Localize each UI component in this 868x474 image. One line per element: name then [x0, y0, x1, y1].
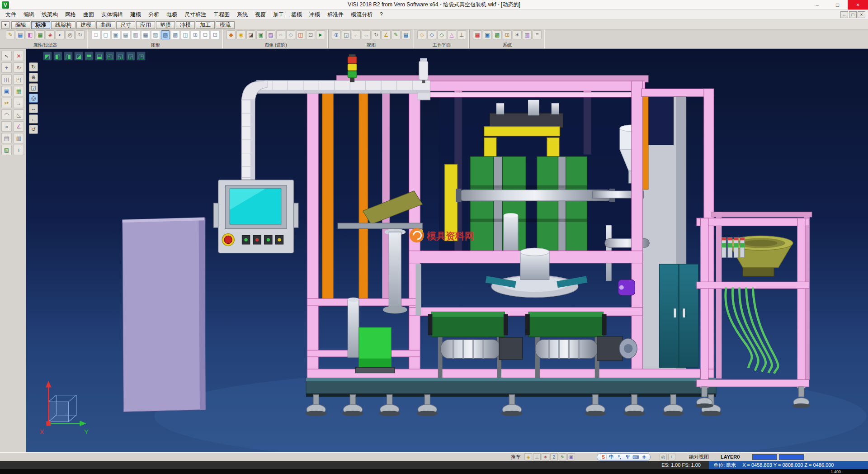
environment-icon[interactable]: ○ — [276, 30, 285, 39]
annotate-view-icon[interactable]: ✎ — [392, 30, 401, 39]
attribute-paint-icon[interactable]: ✎ — [6, 30, 15, 39]
trim-icon[interactable]: ✂ — [1, 98, 12, 108]
display-settings-icon[interactable]: ▣ — [483, 30, 492, 39]
move-icon[interactable]: + — [1, 62, 12, 73]
material-icon[interactable]: ▣ — [256, 30, 265, 39]
purple-gear-motor[interactable] — [618, 280, 635, 295]
menu-solid-edit[interactable]: 实体编辑 — [98, 10, 127, 19]
mdi-restore-button[interactable]: □ — [849, 11, 857, 18]
tab-modeling[interactable]: 建模 — [76, 21, 95, 29]
menu-file[interactable]: 文件 — [2, 10, 20, 19]
tab-moldflow[interactable]: 模流 — [216, 21, 235, 29]
menu-die[interactable]: 冲模 — [306, 10, 324, 19]
wireframe-icon[interactable]: □ — [91, 30, 100, 39]
electrical-cabinet-panel[interactable] — [123, 218, 205, 412]
texture-icon[interactable]: ▨ — [266, 30, 275, 39]
tab-dimension[interactable]: 尺寸 — [116, 21, 135, 29]
silhouette-icon[interactable]: ◫ — [181, 30, 190, 39]
soft-keyboard-icon[interactable]: ⌨ — [632, 454, 639, 460]
transparency-icon[interactable]: ◇ — [286, 30, 295, 39]
punctuation-icon[interactable]: °, — [616, 454, 623, 460]
maximize-button[interactable]: □ — [827, 0, 848, 9]
draft-display-icon[interactable]: ⊞ — [191, 30, 200, 39]
view-manager-icon[interactable]: ▤ — [401, 30, 410, 39]
database-icon[interactable]: ▥ — [523, 30, 532, 39]
menu-edit[interactable]: 编辑 — [20, 10, 38, 19]
pen-icon[interactable]: ✎ — [559, 453, 566, 460]
info-icon[interactable]: i — [14, 145, 24, 155]
chamfer-icon[interactable]: ◺ — [14, 109, 24, 120]
scale-icon[interactable]: ◰ — [14, 74, 24, 85]
measure-distance-icon[interactable]: ∠ — [382, 30, 391, 39]
mdi-minimize-button[interactable]: – — [840, 11, 848, 18]
shaded-edges-icon[interactable]: ▤ — [121, 30, 130, 39]
tabbar-dropdown-icon[interactable]: ▼ — [1, 21, 9, 29]
tab-wireframe[interactable]: 线架构 — [51, 21, 75, 29]
zoom-window-icon[interactable]: ◱ — [29, 83, 38, 92]
ime-toolbox-icon[interactable]: ✚ — [641, 454, 647, 460]
zoom-all-icon[interactable]: ⊕ — [332, 30, 341, 39]
flat-shade-icon[interactable]: ▥ — [131, 30, 140, 39]
group-icon[interactable]: ▧ — [1, 145, 12, 155]
rotate-icon[interactable]: ↻ — [14, 62, 24, 73]
fillet-icon[interactable]: ◠ — [1, 109, 12, 120]
menu-dimensioning[interactable]: 尺寸标注 — [181, 10, 210, 19]
layers-icon[interactable]: ▤ — [1, 133, 12, 143]
workplane-3point-icon[interactable]: △ — [447, 30, 456, 39]
zoom-previous-icon[interactable]: ← — [352, 30, 361, 39]
dynamic-hide-icon[interactable]: ▨ — [161, 30, 170, 39]
pan-view-icon[interactable]: ↔ — [362, 30, 371, 39]
reflection-icon[interactable]: ◫ — [296, 30, 305, 39]
menu-modeling[interactable]: 建模 — [127, 10, 145, 19]
menu-help[interactable]: ? — [376, 10, 387, 19]
minimize-button[interactable]: – — [807, 0, 827, 9]
pan-view-icon[interactable]: ↔ — [29, 104, 38, 113]
3d-viewport[interactable]: ◩◧◨◪⬒⬓◰◱◲◳ ↻⊕◱◎↔←↺ — [26, 49, 868, 452]
workplane-xy-icon[interactable]: ◇ — [417, 30, 426, 39]
menu-electrode[interactable]: 电极 — [163, 10, 181, 19]
attributes-icon[interactable]: ▥ — [14, 133, 24, 143]
menu-machining[interactable]: 加工 — [269, 10, 288, 19]
sogou-logo-icon[interactable]: S — [600, 454, 607, 460]
hmi-control-panel[interactable] — [214, 180, 298, 253]
menu-analysis[interactable]: 分析 — [145, 10, 163, 19]
voice-input-icon[interactable]: Ψ — [624, 454, 631, 460]
close-button[interactable]: × — [848, 0, 868, 9]
render-photo-icon[interactable]: ◆ — [226, 30, 236, 39]
tab-machining[interactable]: 加工 — [196, 21, 215, 29]
view-mode-label[interactable]: 绝对视图 — [689, 454, 709, 460]
menu-wireframe[interactable]: 线架构 — [38, 10, 61, 19]
attribute-match-icon[interactable]: ▤ — [16, 30, 25, 39]
workplane-yz-icon[interactable]: ◇ — [427, 30, 436, 39]
view-back-icon[interactable]: ◨ — [64, 52, 73, 61]
zoom-window-icon[interactable]: ◱ — [342, 30, 351, 39]
snap-indicator-icon[interactable]: ◎ — [660, 454, 667, 460]
workplane-zx-icon[interactable]: ◇ — [437, 30, 446, 39]
active-layer-label[interactable]: LAYER0 — [721, 454, 740, 460]
array-icon[interactable]: ▦ — [14, 86, 24, 96]
tab-edit[interactable]: 编辑 — [11, 21, 30, 29]
menu-drafting[interactable]: 工程图 — [210, 10, 233, 19]
refresh-view-icon[interactable]: ↺ — [29, 125, 38, 134]
filter-reset-icon[interactable]: ↻ — [75, 30, 85, 39]
view-custom-icon[interactable]: ◳ — [137, 52, 146, 61]
track-indicator-icon[interactable]: + — [668, 454, 675, 460]
color-table-icon[interactable]: ▦ — [473, 30, 482, 39]
view-iso-icon[interactable]: ◩ — [43, 52, 52, 61]
offset-icon[interactable]: ≈ — [1, 121, 12, 132]
menu-standard-parts[interactable]: 标准件 — [324, 10, 347, 19]
selection-mask-icon[interactable]: ◐ — [56, 30, 65, 39]
extend-icon[interactable]: → — [14, 98, 24, 108]
machine-base-platform[interactable] — [306, 378, 716, 397]
ortho-toggle-icon[interactable]: ⊥ — [533, 453, 541, 460]
layer-filter-icon[interactable]: ▦ — [36, 30, 45, 39]
shadow-icon[interactable]: ◪ — [246, 30, 255, 39]
hidden-line-icon[interactable]: ▢ — [101, 30, 110, 39]
mdi-close-button[interactable]: × — [858, 11, 865, 18]
profile-2-icon[interactable]: 2 — [550, 453, 558, 460]
view-bottom-icon[interactable]: ◰ — [105, 52, 114, 61]
dynamic-rotate-icon[interactable]: ↻ — [29, 62, 38, 71]
tab-surface[interactable]: 曲面 — [96, 21, 115, 29]
snap-settings-icon[interactable]: ⊞ — [503, 30, 512, 39]
tab-die[interactable]: 冲模 — [176, 21, 195, 29]
